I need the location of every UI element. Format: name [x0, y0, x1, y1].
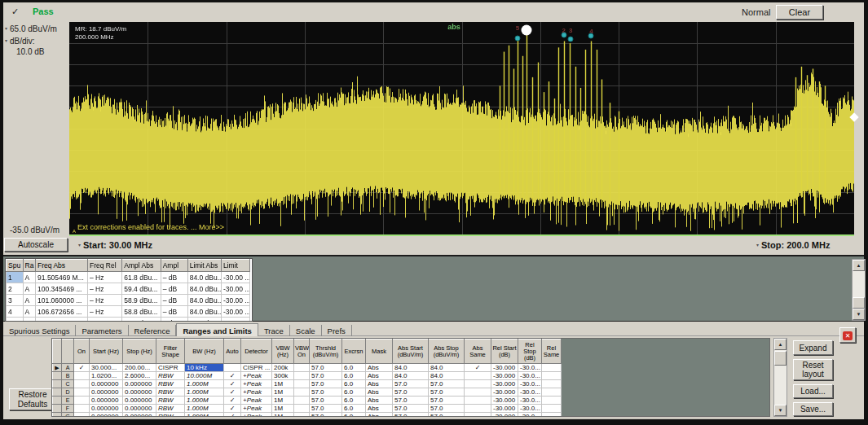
- cell[interactable]: -30.0...: [518, 397, 542, 405]
- cell[interactable]: – Hz: [87, 318, 121, 322]
- scrollbar-thumb[interactable]: [853, 297, 865, 309]
- scroll-down-icon[interactable]: ▼: [853, 309, 865, 320]
- cell[interactable]: 4: [7, 306, 24, 318]
- cell[interactable]: [74, 397, 90, 405]
- spur-row[interactable]: 1A91.505469 M...– Hz61.8 dBu...– dB84.0 …: [7, 272, 250, 283]
- cell[interactable]: 6.0: [342, 397, 366, 405]
- spur-row[interactable]: 3A101.060000 ...– Hz58.9 dBu...– dB84.0 …: [7, 295, 250, 306]
- cell[interactable]: RBW: [156, 413, 185, 418]
- ranges-col-header[interactable]: Abs Same: [465, 340, 491, 364]
- ranges-col-header[interactable]: Mask: [366, 340, 393, 364]
- cell[interactable]: – Hz: [87, 272, 121, 283]
- ranges-col-header[interactable]: Filter Shape: [156, 340, 185, 364]
- cell[interactable]: RBW: [156, 397, 185, 405]
- cell[interactable]: CISPR ...: [241, 364, 272, 372]
- cell[interactable]: [224, 364, 241, 372]
- spur-marker-icon[interactable]: [561, 33, 566, 38]
- cell[interactable]: RBW: [156, 405, 185, 413]
- ranges-col-header[interactable]: BW (Hz): [185, 340, 224, 364]
- spur-col-header[interactable]: Limit Abs: [187, 260, 221, 272]
- cell[interactable]: 6.0: [342, 372, 366, 380]
- spur-col-header[interactable]: Ra: [23, 260, 35, 272]
- row-letter[interactable]: D: [62, 388, 74, 397]
- tab-parameters[interactable]: Parameters: [76, 325, 128, 336]
- spur-col-header[interactable]: Spu: [7, 260, 24, 272]
- cell[interactable]: 2: [7, 283, 24, 295]
- reset-layout-button[interactable]: Reset layout: [793, 359, 833, 380]
- cell[interactable]: -30.0...: [518, 364, 542, 372]
- cell[interactable]: [542, 405, 562, 413]
- cell[interactable]: 108.941719 ...: [36, 318, 88, 322]
- cell[interactable]: 84.0: [429, 372, 465, 380]
- range-row[interactable]: B1.0200...2.6000...RBW10.000M✓+Peak300k5…: [53, 372, 562, 380]
- cell[interactable]: 0.000000: [90, 397, 123, 405]
- ranges-col-header[interactable]: [62, 340, 74, 364]
- cell[interactable]: [542, 372, 562, 380]
- cell[interactable]: [294, 380, 310, 388]
- stop-freq-control[interactable]: ▾Stop: 200.0 MHz: [756, 240, 830, 250]
- row-letter[interactable]: E: [62, 397, 74, 405]
- cell[interactable]: [542, 380, 562, 388]
- cell[interactable]: – Hz: [87, 283, 121, 295]
- cell[interactable]: -30.000: [491, 405, 518, 413]
- cell[interactable]: 1M: [272, 397, 294, 405]
- cell[interactable]: 57.0: [429, 388, 465, 397]
- spur-marker-icon[interactable]: [588, 33, 594, 38]
- cell[interactable]: 0.000000: [123, 380, 156, 388]
- cell[interactable]: 200.00...: [123, 364, 156, 372]
- cell[interactable]: Abs: [366, 380, 393, 388]
- cell[interactable]: [74, 405, 90, 413]
- cell[interactable]: 1.000M: [185, 380, 224, 388]
- cell[interactable]: [465, 380, 491, 388]
- cell[interactable]: [294, 364, 310, 372]
- cell[interactable]: RBW: [156, 380, 185, 388]
- load-button[interactable]: Load...: [793, 384, 833, 398]
- cell[interactable]: 1M: [272, 380, 294, 388]
- cell[interactable]: -30.00 ...: [221, 272, 249, 283]
- cell[interactable]: A: [23, 272, 35, 283]
- ranges-col-header[interactable]: Auto: [224, 340, 241, 364]
- range-row[interactable]: F0.0000000.000000RBW1.000M✓+Peak1M57.06.…: [53, 405, 562, 413]
- cell[interactable]: -30.000: [491, 397, 518, 405]
- cell[interactable]: Abs: [366, 413, 393, 418]
- close-panel-button[interactable]: ✕: [839, 327, 856, 343]
- cell[interactable]: 57.0: [429, 397, 465, 405]
- ranges-col-header[interactable]: Rel Stop (dB): [518, 340, 542, 364]
- save-button[interactable]: Save...: [793, 402, 833, 416]
- corrections-message[interactable]: Ext corrections enabled for traces. ... …: [77, 223, 224, 231]
- cell[interactable]: ✓: [224, 372, 241, 380]
- tab-trace[interactable]: Trace: [258, 325, 290, 336]
- cell[interactable]: 58.6 dBu...: [122, 318, 161, 322]
- scroll-down-icon[interactable]: ▼: [774, 405, 786, 416]
- tab-ranges-and-limits[interactable]: Ranges and Limits: [176, 323, 258, 336]
- cell[interactable]: [294, 397, 310, 405]
- cell[interactable]: 0.000000: [90, 405, 123, 413]
- cell[interactable]: +Peak: [241, 397, 272, 405]
- scrollbar-thumb[interactable]: [774, 351, 786, 366]
- cell[interactable]: 84.0 dBu...: [187, 272, 221, 283]
- cell[interactable]: [465, 405, 491, 413]
- spur-row[interactable]: 2A100.345469 ...– Hz59.4 dBu...– dB84.0 …: [7, 283, 250, 295]
- cell[interactable]: 57.0: [310, 405, 342, 413]
- cell[interactable]: 6.0: [342, 364, 366, 372]
- cell[interactable]: Abs: [366, 364, 393, 372]
- spur-col-header[interactable]: Limit: [221, 260, 249, 272]
- cell[interactable]: – Hz: [87, 306, 121, 318]
- cell[interactable]: 84.0: [429, 364, 465, 372]
- cell[interactable]: Abs: [366, 372, 393, 380]
- start-freq-control[interactable]: ▾Start: 30.00 MHz: [78, 240, 152, 250]
- spur-row[interactable]: 4A106.672656 ...– Hz58.8 dBu...– dB84.0 …: [7, 306, 250, 318]
- range-row[interactable]: E0.0000000.000000RBW1.000M✓+Peak1M57.06.…: [53, 397, 562, 405]
- ranges-col-header[interactable]: Detector: [241, 340, 272, 364]
- cell[interactable]: ✓: [224, 380, 241, 388]
- cell[interactable]: 84.0 dBu...: [187, 318, 221, 322]
- cell[interactable]: ✓: [224, 413, 241, 418]
- tab-reference[interactable]: Reference: [129, 325, 177, 336]
- cell[interactable]: 57.0: [310, 380, 342, 388]
- cell[interactable]: 59.4 dBu...: [122, 283, 161, 295]
- spur-marker-icon[interactable]: [514, 35, 520, 41]
- cell[interactable]: [74, 372, 90, 380]
- cell[interactable]: Abs: [366, 388, 393, 397]
- cell[interactable]: [294, 388, 310, 397]
- cell[interactable]: – Hz: [87, 295, 121, 306]
